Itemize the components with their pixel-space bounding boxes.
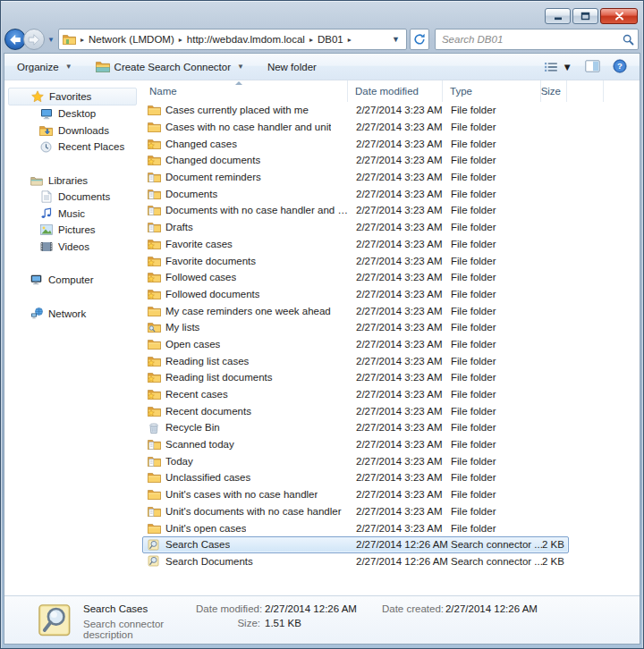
breadcrumb-segment[interactable]: http://webdav.lmdom.local xyxy=(187,34,305,45)
sidebar-item[interactable]: Videos xyxy=(8,239,137,256)
address-history-dropdown[interactable]: ▼ xyxy=(388,35,403,44)
file-row[interactable]: Today 2/27/2014 3:23 AM File folder xyxy=(142,452,569,469)
file-row[interactable]: Cases currently placed with me 2/27/2014… xyxy=(142,102,569,119)
folder-doc-icon xyxy=(148,506,161,517)
minimize-button[interactable] xyxy=(545,8,571,24)
file-type: File folder xyxy=(444,439,542,450)
file-name: Documents with no case handler and unit xyxy=(165,205,349,215)
organize-button[interactable]: Organize ▼ xyxy=(17,62,72,72)
file-row[interactable]: Document reminders 2/27/2014 3:23 AM Fil… xyxy=(142,169,569,186)
file-name-cell: My lists xyxy=(143,322,349,333)
details-summary: Search Cases Search connector descriptio… xyxy=(83,603,196,644)
file-type: File folder xyxy=(444,356,542,367)
search-input[interactable] xyxy=(442,34,623,45)
file-row[interactable]: Recent cases 2/27/2014 3:23 AM File fold… xyxy=(142,386,569,403)
chevron-down-icon: ▼ xyxy=(237,63,244,71)
file-row[interactable]: Scanned today 2/27/2014 3:23 AM File fol… xyxy=(142,436,569,453)
sidebar-item[interactable]: Libraries xyxy=(8,173,137,190)
sidebar-item[interactable]: Desktop xyxy=(8,105,137,122)
desktop-icon xyxy=(39,108,53,120)
file-type: File folder xyxy=(444,322,542,333)
sidebar-item[interactable]: Music xyxy=(8,206,137,223)
file-type: File folder xyxy=(444,172,542,182)
file-name: Search Cases xyxy=(165,539,230,550)
file-name: Cases currently placed with me xyxy=(165,105,309,115)
file-row[interactable]: Drafts 2/27/2014 3:23 AM File folder xyxy=(142,219,569,236)
file-row[interactable]: Unit's open cases 2/27/2014 3:23 AM File… xyxy=(142,519,569,536)
file-row[interactable]: My lists 2/27/2014 3:23 AM File folder xyxy=(142,319,569,336)
file-date-modified: 2/27/2014 3:23 AM xyxy=(349,155,444,165)
column-header-size[interactable]: Size xyxy=(541,80,567,102)
help-button[interactable]: ? xyxy=(613,59,627,75)
file-date-modified: 2/27/2014 3:23 AM xyxy=(349,172,444,182)
file-row[interactable]: My case reminders one week ahead 2/27/20… xyxy=(142,302,569,319)
file-row[interactable]: Recent documents 2/27/2014 3:23 AM File … xyxy=(142,402,569,419)
views-icon xyxy=(544,62,558,72)
file-row[interactable]: Documents with no case handler and unit … xyxy=(142,202,569,219)
new-folder-button[interactable]: New folder xyxy=(267,62,317,72)
preview-pane-icon xyxy=(585,60,600,72)
file-row[interactable]: Documents 2/27/2014 3:23 AM File folder xyxy=(142,185,569,202)
file-name-cell: Scanned today xyxy=(143,439,349,450)
file-row[interactable]: Reading list cases 2/27/2014 3:23 AM Fil… xyxy=(142,352,569,369)
maximize-button[interactable] xyxy=(572,8,598,24)
file-size: 2 KB xyxy=(542,539,566,550)
file-row[interactable]: Followed cases 2/27/2014 3:23 AM File fo… xyxy=(142,269,569,286)
file-name-cell: Recent documents xyxy=(143,406,349,417)
sidebar-item[interactable]: Documents xyxy=(8,189,137,206)
close-button[interactable] xyxy=(600,8,638,24)
column-header-date-modified[interactable]: Date modified xyxy=(348,80,443,102)
file-row[interactable]: Unit's cases with no case handler 2/27/2… xyxy=(142,486,569,503)
window-content: Organize ▼ Create Search Connector ▼ New… xyxy=(4,53,640,645)
file-name: Cases with no case handler and unit xyxy=(165,122,331,132)
search-icon[interactable] xyxy=(623,34,634,46)
file-row[interactable]: Search Documents 2/27/2014 12:26 AM Sear… xyxy=(142,553,569,570)
sidebar-item[interactable]: Favorites xyxy=(8,88,137,105)
recent-pages-dropdown[interactable]: ▼ xyxy=(47,36,55,44)
folder-doc-icon xyxy=(148,189,161,199)
file-row[interactable]: Changed cases 2/27/2014 3:23 AM File fol… xyxy=(142,135,569,152)
file-row[interactable]: Changed documents 2/27/2014 3:23 AM File… xyxy=(142,152,569,169)
create-search-connector-button[interactable]: Create Search Connector ▼ xyxy=(96,61,244,72)
breadcrumb-segment[interactable]: Network (LMDOM) xyxy=(89,34,174,45)
file-row[interactable]: Followed documents 2/27/2014 3:23 AM Fil… xyxy=(142,286,569,303)
downloads-icon xyxy=(39,125,53,136)
sidebar-item[interactable]: Recent Places xyxy=(8,139,137,156)
file-name-cell: Documents with no case handler and unit xyxy=(143,205,349,215)
refresh-button[interactable] xyxy=(410,29,429,50)
file-name: Reading list cases xyxy=(165,356,249,367)
file-row[interactable]: Favorite cases 2/27/2014 3:23 AM File fo… xyxy=(142,236,569,253)
column-header-type[interactable]: Type xyxy=(443,80,541,102)
forward-button[interactable] xyxy=(23,29,45,50)
file-row[interactable]: Open cases 2/27/2014 3:23 AM File folder xyxy=(142,336,569,353)
breadcrumb: ▸ Network (LMDOM) ▸ http://webdav.lmdom.… xyxy=(76,34,343,45)
file-row[interactable]: Unclassified cases 2/27/2014 3:23 AM Fil… xyxy=(142,469,569,486)
column-header-name[interactable]: Name xyxy=(142,80,348,102)
file-date-modified: 2/27/2014 3:23 AM xyxy=(349,422,444,433)
file-row[interactable]: Reading list documents 2/27/2014 3:23 AM… xyxy=(142,369,569,386)
views-button[interactable]: ▼ xyxy=(544,62,572,72)
breadcrumb-segment[interactable]: DB01 xyxy=(318,34,343,45)
new-folder-label: New folder xyxy=(267,62,317,72)
sidebar-item[interactable]: Pictures xyxy=(8,222,137,239)
sidebar-item-label: Network xyxy=(48,308,86,319)
file-row[interactable]: Search Cases 2/27/2014 12:26 AM Search c… xyxy=(142,536,569,553)
preview-pane-button[interactable] xyxy=(585,60,600,74)
file-name: Reading list documents xyxy=(165,372,273,383)
sidebar-item[interactable]: Network xyxy=(8,306,137,323)
file-date-modified: 2/27/2014 3:23 AM xyxy=(349,239,444,249)
file-row[interactable]: Favorite documents 2/27/2014 3:23 AM Fil… xyxy=(142,252,569,269)
sidebar-item[interactable]: Downloads xyxy=(8,122,137,139)
file-date-modified: 2/27/2014 3:23 AM xyxy=(349,489,444,500)
sidebar-item[interactable]: Computer xyxy=(8,272,137,289)
address-bar[interactable]: ▸ Network (LMDOM) ▸ http://webdav.lmdom.… xyxy=(58,29,407,50)
file-row[interactable]: Unit's documents with no case handler 2/… xyxy=(142,503,569,520)
folder-star-icon xyxy=(148,272,161,282)
size-label: Size: xyxy=(196,618,260,628)
file-row[interactable]: Recycle Bin 2/27/2014 3:23 AM File folde… xyxy=(142,419,569,436)
forward-arrow-icon xyxy=(28,34,40,46)
sidebar-item-label: Pictures xyxy=(58,224,96,235)
file-name: Documents xyxy=(165,189,217,199)
breadcrumb-trailing-arrow-icon: ▸ xyxy=(348,36,352,44)
file-row[interactable]: Cases with no case handler and unit 2/27… xyxy=(142,119,569,136)
